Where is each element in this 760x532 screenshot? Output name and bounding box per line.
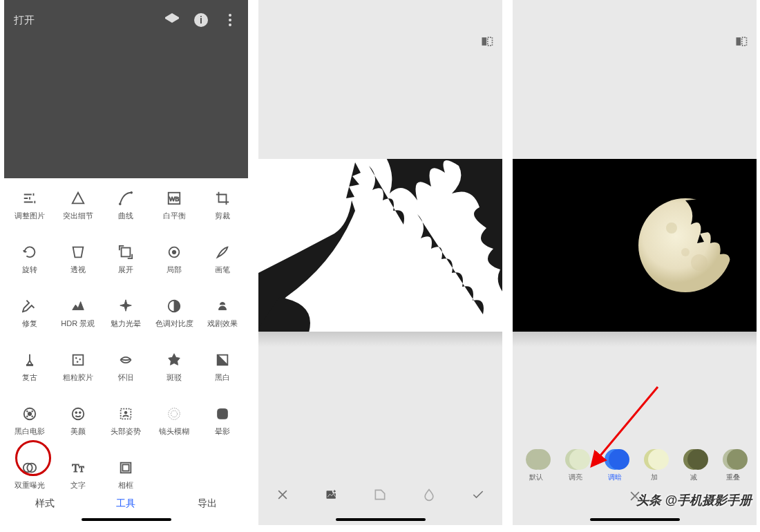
tool-white-balance[interactable]: WB白平衡: [150, 185, 198, 227]
svg-point-5: [120, 203, 122, 205]
tool-portrait[interactable]: 美颜: [54, 401, 102, 442]
svg-point-11: [173, 250, 177, 254]
tab-export[interactable]: 导出: [198, 497, 217, 510]
tool-label: 怀旧: [118, 372, 133, 383]
home-indicator: [82, 518, 171, 521]
svg-rect-13: [26, 364, 32, 365]
tool-crop[interactable]: 剪裁: [198, 185, 247, 227]
tool-tune-image[interactable]: 调整图片: [6, 185, 54, 227]
svg-rect-38: [482, 37, 487, 46]
svg-point-25: [72, 408, 84, 420]
blend-label: 加: [651, 473, 658, 482]
svg-point-3: [229, 19, 231, 21]
style-button[interactable]: [373, 488, 387, 504]
layers-icon[interactable]: [164, 12, 180, 28]
tool-double-exposure[interactable]: 双重曝光: [6, 455, 54, 496]
edit-bar: [258, 481, 502, 511]
tool-expand[interactable]: 展开: [102, 239, 151, 281]
tool-lens-blur[interactable]: 镜头模糊: [150, 401, 198, 442]
svg-point-20: [28, 412, 32, 416]
blend-mode-row: .blend:nth-child(1) .bball::after{backgr…: [513, 449, 757, 482]
apply-button[interactable]: [471, 488, 485, 504]
blend-subtract[interactable]: .blend:nth-child(5) .bball::after{backgr…: [683, 449, 704, 482]
tab-styles[interactable]: 样式: [35, 497, 55, 510]
tool-hdr[interactable]: HDR 景观: [54, 293, 102, 334]
tool-head-pose[interactable]: 头部姿势: [102, 401, 151, 442]
watermark: 头条 @手机摄影手册: [636, 492, 752, 509]
tool-label: 斑驳: [167, 372, 182, 383]
tool-brush[interactable]: 画笔: [198, 239, 247, 281]
tool-noir[interactable]: 黑白电影: [6, 401, 54, 442]
svg-point-48: [681, 248, 690, 256]
tab-tools[interactable]: 工具: [116, 497, 135, 510]
tool-label: 镜头模糊: [159, 426, 189, 437]
blend-add[interactable]: .blend:nth-child(4) .bball::after{backgr…: [644, 449, 665, 482]
more-icon[interactable]: [222, 12, 238, 28]
bottom-tabs: 样式 工具 导出: [4, 497, 248, 510]
compare-icon[interactable]: [734, 35, 748, 51]
image-canvas[interactable]: [513, 159, 757, 332]
tool-perspective[interactable]: 透视: [54, 239, 102, 281]
svg-rect-43: [742, 37, 747, 46]
tool-label: 旋转: [22, 265, 37, 275]
tool-label: 晕影: [215, 426, 230, 437]
svg-point-22: [32, 410, 33, 412]
compare-icon[interactable]: [480, 35, 494, 51]
tool-label: 突出细节: [63, 211, 93, 221]
tool-curves[interactable]: 曲线: [102, 185, 151, 227]
tool-grunge[interactable]: 斑驳: [150, 347, 198, 388]
tool-label: 剪裁: [215, 211, 230, 221]
tool-tonal-contrast[interactable]: 色调对比度: [150, 293, 198, 334]
tool-label: 曲线: [118, 211, 133, 221]
blend-lighten[interactable]: .blend:nth-child(2) .bball::after{backgr…: [565, 449, 586, 482]
tool-healing[interactable]: 修复: [6, 293, 54, 334]
blend-label: 调暗: [608, 473, 622, 482]
tool-rotate[interactable]: 旋转: [6, 239, 54, 281]
svg-text:Tт: Tт: [72, 462, 84, 475]
tool-vintage[interactable]: 复古: [6, 347, 54, 388]
open-label[interactable]: 打开: [14, 14, 35, 27]
svg-rect-32: [218, 409, 228, 419]
svg-point-47: [691, 254, 707, 271]
svg-point-6: [131, 191, 133, 193]
tool-frames[interactable]: 相框: [102, 455, 151, 496]
tool-text[interactable]: Tт文字: [54, 455, 102, 496]
tool-label: 白平衡: [163, 211, 186, 221]
svg-point-4: [229, 23, 231, 26]
preview-area: [4, 40, 248, 178]
tool-retrolux[interactable]: 怀旧: [102, 347, 151, 388]
tool-label: 双重曝光: [15, 480, 45, 491]
blend-darken[interactable]: .blend:nth-child(3) .bball::after{backgr…: [605, 449, 625, 482]
tool-label: 色调对比度: [155, 319, 193, 329]
tool-label: 美颜: [70, 426, 86, 437]
cancel-button[interactable]: [276, 488, 289, 504]
blend-overlay[interactable]: .blend:nth-child(6) .bball::after{backgr…: [723, 449, 743, 482]
tool-label: 修复: [22, 319, 37, 329]
svg-point-29: [125, 411, 128, 414]
tool-details[interactable]: 突出细节: [54, 185, 102, 227]
svg-point-30: [169, 408, 180, 420]
tool-bw[interactable]: 黑白: [198, 347, 247, 388]
image-canvas[interactable]: [258, 159, 502, 332]
blend-label: 减: [690, 473, 697, 482]
tool-vignette[interactable]: 晕影: [198, 401, 247, 442]
tool-label: 相框: [118, 480, 133, 491]
tool-glamour-glow[interactable]: 魅力光晕: [102, 293, 151, 334]
svg-point-16: [79, 359, 81, 360]
topbar: 打开 i: [4, 0, 248, 40]
tool-drama[interactable]: 戏剧效果: [198, 293, 247, 334]
info-icon[interactable]: i: [193, 12, 209, 28]
svg-rect-42: [737, 37, 741, 46]
svg-rect-37: [123, 464, 129, 471]
blend-label: 重叠: [726, 473, 740, 482]
blend-default[interactable]: .blend:nth-child(1) .bball::after{backgr…: [526, 449, 547, 482]
add-image-button[interactable]: [325, 488, 339, 504]
tool-grainy-film[interactable]: 粗粒胶片: [54, 347, 102, 388]
svg-point-27: [79, 412, 81, 414]
tool-label: 魅力光晕: [111, 319, 141, 329]
blend-label: 调亮: [569, 473, 582, 482]
tool-selective[interactable]: 局部: [150, 239, 198, 281]
svg-point-31: [171, 410, 178, 417]
opacity-button[interactable]: [422, 488, 436, 504]
svg-point-17: [77, 361, 78, 363]
